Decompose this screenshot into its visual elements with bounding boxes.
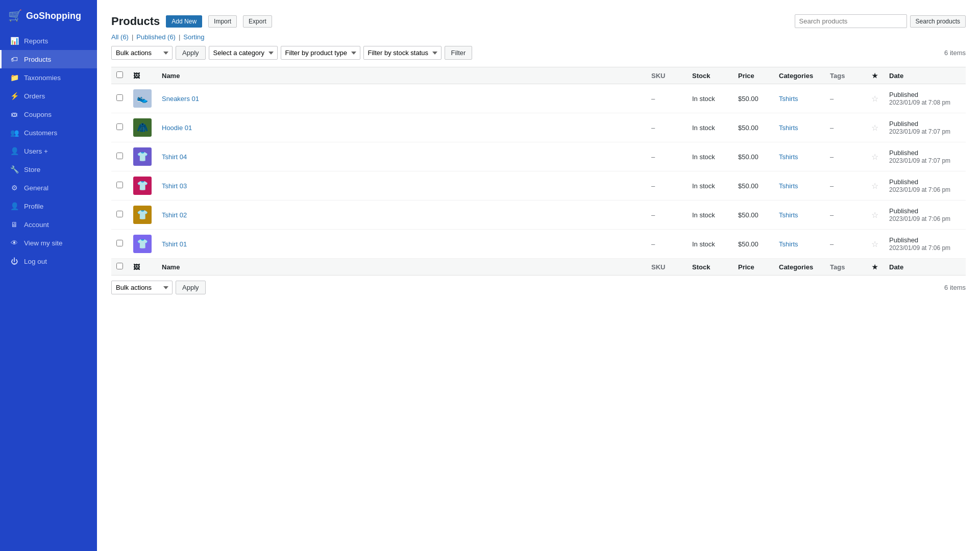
- sidebar-item-customers[interactable]: 👥 Customers: [0, 123, 97, 142]
- category-link[interactable]: Tshirts: [779, 153, 798, 161]
- filter-button[interactable]: Filter: [445, 46, 473, 60]
- header-name[interactable]: Name: [157, 67, 646, 84]
- reports-icon: 📊: [10, 37, 19, 45]
- category-link[interactable]: Tshirts: [779, 124, 798, 132]
- star-icon[interactable]: ☆: [871, 211, 878, 219]
- search-input[interactable]: [795, 14, 907, 28]
- logo[interactable]: 🛒 GoShopping: [0, 0, 97, 32]
- row-date-cell: Published 2023/01/09 at 7:06 pm: [884, 201, 966, 230]
- sorting-link[interactable]: Sorting: [183, 33, 204, 41]
- coupons-icon: 🎟: [10, 110, 19, 118]
- bulk-actions-select[interactable]: Bulk actions: [111, 46, 173, 60]
- header-img-col: 🖼: [128, 67, 157, 84]
- category-link[interactable]: Tshirts: [779, 211, 798, 219]
- row-categories-cell: Tshirts: [774, 113, 825, 142]
- footer-checkbox-col: [111, 259, 128, 276]
- sidebar-item-log-out[interactable]: ⏻ Log out: [0, 252, 97, 270]
- category-link[interactable]: Tshirts: [779, 240, 798, 248]
- header-tags[interactable]: Tags: [825, 67, 866, 84]
- row-star-cell: ☆: [866, 230, 884, 259]
- header-categories[interactable]: Categories: [774, 67, 825, 84]
- sidebar-item-account[interactable]: 🖥 Account: [0, 215, 97, 234]
- sidebar-item-profile[interactable]: 👤 Profile: [0, 197, 97, 215]
- table-footer-row: 🖼 Name SKU Stock Price Categories Tags ★…: [111, 259, 966, 276]
- row-categories-cell: Tshirts: [774, 84, 825, 113]
- sidebar-item-label: Products: [24, 56, 51, 63]
- star-icon[interactable]: ☆: [871, 123, 878, 132]
- item-count-top: 6 items: [944, 49, 966, 57]
- sidebar-item-orders[interactable]: ⚡ Orders: [0, 87, 97, 105]
- footer-star: ★: [866, 259, 884, 276]
- filter-stock-status-dropdown[interactable]: Filter by stock status: [363, 46, 442, 60]
- search-button[interactable]: Search products: [910, 15, 966, 28]
- filter-product-type-dropdown[interactable]: Filter by product type: [281, 46, 360, 60]
- select-category-dropdown[interactable]: Select a category: [209, 46, 278, 60]
- product-name-link[interactable]: Tshirt 02: [162, 211, 187, 219]
- date-time: 2023/01/09 at 7:06 pm: [889, 186, 950, 193]
- header-stock[interactable]: Stock: [687, 67, 733, 84]
- row-checkbox[interactable]: [116, 94, 123, 101]
- apply-button-top[interactable]: Apply: [176, 46, 206, 60]
- image-placeholder-icon: 🖼: [133, 72, 140, 80]
- sidebar-item-users[interactable]: 👤 Users +: [0, 142, 97, 160]
- star-icon[interactable]: ☆: [871, 94, 878, 103]
- row-checkbox[interactable]: [116, 123, 123, 130]
- sidebar-item-general[interactable]: ⚙ General: [0, 179, 97, 197]
- top-filter-row: Bulk actions Apply Select a category Fil…: [111, 46, 966, 60]
- sep1: |: [132, 33, 133, 41]
- sidebar-item-label: Store: [24, 166, 40, 173]
- sidebar-item-store[interactable]: 🔧 Store: [0, 160, 97, 179]
- row-checkbox[interactable]: [116, 182, 123, 188]
- all-link[interactable]: All (6): [111, 33, 129, 41]
- products-icon: 🏷: [10, 55, 19, 63]
- product-name-link[interactable]: Tshirt 01: [162, 240, 187, 248]
- apply-button-bottom[interactable]: Apply: [176, 281, 206, 294]
- table-header-row: 🖼 Name SKU Stock Price Categories Tags ★…: [111, 67, 966, 84]
- select-all-checkbox[interactable]: [116, 71, 123, 78]
- product-image: 👟: [133, 89, 152, 108]
- date-status: Published: [889, 120, 918, 128]
- header-price[interactable]: Price: [733, 67, 774, 84]
- row-checkbox[interactable]: [116, 211, 123, 217]
- category-link[interactable]: Tshirts: [779, 182, 798, 190]
- row-tags-cell: –: [825, 84, 866, 113]
- export-button[interactable]: Export: [243, 15, 272, 28]
- published-link[interactable]: Published (6): [136, 33, 176, 41]
- date-time: 2023/01/09 at 7:07 pm: [889, 128, 950, 135]
- product-name-link[interactable]: Sneakers 01: [162, 95, 199, 103]
- sidebar: 🛒 GoShopping 📊 Reports 🏷 Products 📁 Taxo…: [0, 0, 97, 551]
- header-date[interactable]: Date: [884, 67, 966, 84]
- bulk-actions-select-bottom[interactable]: Bulk actions: [111, 281, 173, 294]
- date-status: Published: [889, 149, 918, 157]
- sidebar-item-taxonomies[interactable]: 📁 Taxonomies: [0, 68, 97, 87]
- row-stock-cell: In stock: [687, 201, 733, 230]
- footer-stock: Stock: [687, 259, 733, 276]
- add-new-button[interactable]: Add New: [166, 15, 202, 28]
- row-stock-cell: In stock: [687, 113, 733, 142]
- sidebar-item-label: View my site: [24, 239, 63, 247]
- sidebar-item-label: General: [24, 184, 48, 192]
- row-star-cell: ☆: [866, 201, 884, 230]
- logout-icon: ⏻: [10, 257, 19, 265]
- row-categories-cell: Tshirts: [774, 171, 825, 201]
- category-link[interactable]: Tshirts: [779, 95, 798, 103]
- sidebar-item-reports[interactable]: 📊 Reports: [0, 32, 97, 50]
- product-name-link[interactable]: Tshirt 04: [162, 153, 187, 161]
- sidebar-item-view-my-site[interactable]: 👁 View my site: [0, 234, 97, 252]
- sidebar-item-label: Account: [24, 221, 49, 229]
- general-icon: ⚙: [10, 184, 19, 192]
- product-name-link[interactable]: Hoodie 01: [162, 124, 192, 132]
- star-icon[interactable]: ☆: [871, 182, 878, 190]
- sidebar-item-products[interactable]: 🏷 Products: [0, 50, 97, 68]
- product-name-link[interactable]: Tshirt 03: [162, 182, 187, 190]
- sidebar-item-coupons[interactable]: 🎟 Coupons: [0, 105, 97, 123]
- select-all-checkbox-bottom[interactable]: [116, 263, 123, 269]
- import-button[interactable]: Import: [208, 15, 237, 28]
- row-checkbox-cell: [111, 113, 128, 142]
- star-icon[interactable]: ☆: [871, 240, 878, 248]
- footer-name: Name: [157, 259, 646, 276]
- row-checkbox[interactable]: [116, 153, 123, 159]
- row-img-cell: 👕: [128, 171, 157, 201]
- star-icon[interactable]: ☆: [871, 153, 878, 161]
- row-checkbox[interactable]: [116, 240, 123, 246]
